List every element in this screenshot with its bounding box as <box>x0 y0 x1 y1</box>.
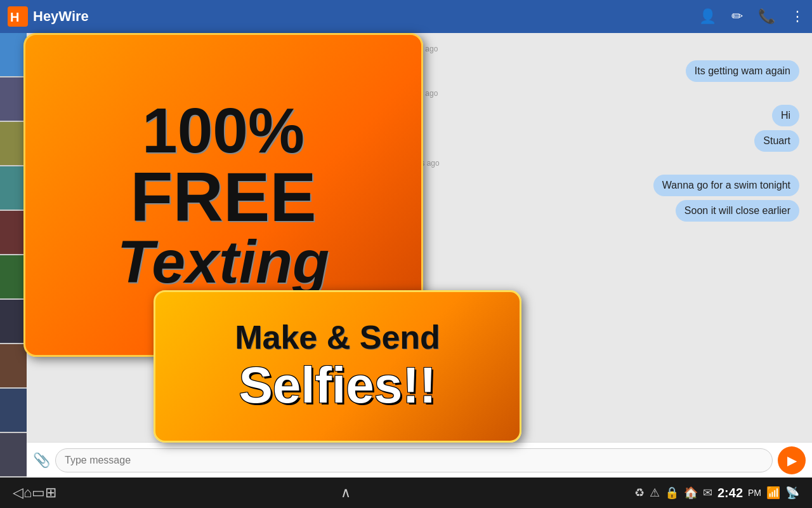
contact-avatar-2[interactable] <box>0 77 27 122</box>
clock-time: 2:42 <box>717 486 743 500</box>
profile-icon[interactable]: 👤 <box>699 8 716 25</box>
status-bar-right: ♻ ⚠ 🔒 🏠 ✉ 2:42 PM 📶 📡 <box>634 486 799 500</box>
signal-icon: 📡 <box>785 486 799 500</box>
top-bar-actions: 👤 ✏ 📞 ⋮ <box>699 8 804 25</box>
attach-icon[interactable]: 📎 <box>33 452 50 469</box>
contact-avatar-9[interactable] <box>0 389 27 433</box>
up-arrow: ∧ <box>341 485 351 501</box>
message-bubble-1: Its getting wam again <box>686 60 799 82</box>
warning-icon: ⚠ <box>650 486 660 500</box>
recents-button[interactable]: ▭ <box>32 485 45 501</box>
app-name: HeyWire <box>33 8 89 25</box>
send-icon: ▶ <box>787 453 797 468</box>
selfies-line2: Selfies!! <box>239 356 436 415</box>
chat-panel: 3 days ago Its getting wam again 3 days … <box>27 33 812 478</box>
home-status-icon: 🏠 <box>684 486 698 500</box>
contact-avatar-4[interactable] <box>0 166 27 211</box>
message-bubble-5: Soon it will close earlier <box>676 200 799 222</box>
main-content: 3 days ago Its getting wam again 3 days … <box>0 33 812 478</box>
contact-avatar-7[interactable] <box>0 300 27 344</box>
message-bubble-3: Stuart <box>754 130 799 152</box>
back-button[interactable]: ◁ <box>13 485 23 501</box>
selfies-line1: Make & Send <box>235 318 440 356</box>
phone-icon[interactable]: 📞 <box>758 8 775 25</box>
send-button[interactable]: ▶ <box>778 446 806 474</box>
contact-avatar-8[interactable] <box>0 344 27 389</box>
message-input[interactable] <box>55 448 773 472</box>
heywire-logo-icon: H <box>8 6 28 27</box>
contact-avatar-5[interactable] <box>0 211 27 255</box>
input-bar: 📎 ▶ <box>27 442 812 478</box>
contact-avatar-3[interactable] <box>0 122 27 166</box>
message-bubble-2: Hi <box>772 105 799 126</box>
contact-avatar-6[interactable] <box>0 255 27 300</box>
contact-avatar-10[interactable] <box>0 433 27 478</box>
recycle-icon: ♻ <box>634 486 645 500</box>
selfies-overlay: Make & Send Selfies!! <box>154 290 521 443</box>
message-bubble-4: Wanna go for a swim tonight <box>653 175 799 196</box>
free-text-line3: Texting <box>117 232 329 292</box>
contact-sidebar <box>0 33 27 478</box>
app-logo: H HeyWire <box>8 6 89 27</box>
compose-icon[interactable]: ✏ <box>731 8 743 25</box>
free-text-line2: FREE <box>130 162 316 232</box>
home-button[interactable]: ⌂ <box>23 485 32 501</box>
more-icon[interactable]: ⋮ <box>790 8 804 25</box>
wifi-icon: 📶 <box>766 486 780 500</box>
svg-text:H: H <box>10 10 19 24</box>
top-bar: H HeyWire 👤 ✏ 📞 ⋮ <box>0 0 812 33</box>
free-text-line1: 100% <box>142 98 304 162</box>
contact-avatar-1[interactable] <box>0 33 27 77</box>
bottom-nav-bar: ◁ ⌂ ▭ ⊞ ∧ ♻ ⚠ 🔒 🏠 ✉ 2:42 PM 📶 📡 <box>0 478 812 508</box>
clock-ampm: PM <box>748 488 761 498</box>
lock-icon: 🔒 <box>665 486 679 500</box>
email-icon: ✉ <box>703 486 712 500</box>
screenshot-button[interactable]: ⊞ <box>45 485 56 501</box>
